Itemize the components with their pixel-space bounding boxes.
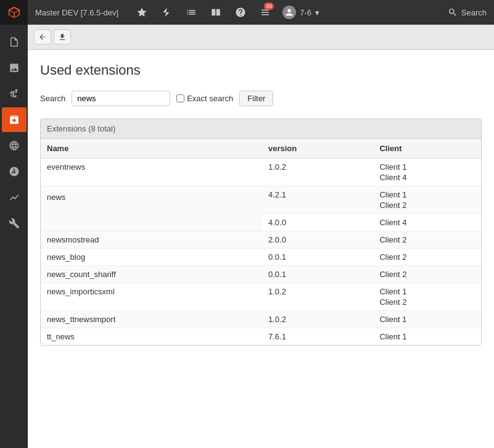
sidebar — [0, 25, 28, 448]
table-row: news_importicsxml1.0.2Client 1Client 2 — [41, 283, 481, 311]
ext-clients: Client 2 — [373, 266, 481, 283]
col-version: version — [262, 139, 373, 159]
ext-version: 7.6.1 — [262, 328, 373, 346]
ext-clients: Client 1 — [373, 328, 481, 346]
ext-version: 2.0.0 — [262, 231, 373, 249]
col-name: Name — [41, 139, 262, 159]
user-label: 7-6 — [300, 8, 311, 17]
app-title: Master DEV [7.6.5-dev] — [28, 8, 126, 17]
extensions-table: Name version Client eventnews1.0.2Client… — [41, 139, 481, 345]
ext-name: news_importicsxml — [41, 283, 262, 311]
ext-clients: Client 1Client 4 — [373, 159, 481, 186]
ext-clients: Client 1Client 2 — [373, 186, 481, 214]
exact-search-checkbox[interactable] — [176, 94, 184, 102]
ext-version: 0.0.1 — [262, 266, 373, 283]
ext-name: news — [41, 186, 262, 231]
ext-version: 1.0.2 — [262, 283, 373, 311]
ext-name: news_blog — [41, 249, 262, 266]
ext-version: 4.0.0 — [262, 214, 373, 231]
ext-name: eventnews — [41, 159, 262, 186]
chevron-down-icon: ▾ — [315, 8, 319, 17]
search-label: Search — [40, 94, 65, 103]
ext-clients: Client 4 — [373, 214, 481, 231]
sidebar-item-wave[interactable] — [2, 185, 27, 210]
exact-search-label[interactable]: Exact search — [176, 94, 233, 103]
star-icon[interactable] — [131, 0, 153, 25]
ext-name: news_ttnewsimport — [41, 311, 262, 328]
table-row: news_count_shariff0.0.1Client 2 — [41, 266, 481, 283]
toolbar — [28, 25, 494, 50]
sidebar-item-file[interactable] — [2, 30, 27, 54]
search-row: Search Exact search Filter — [40, 91, 482, 106]
columns-icon[interactable] — [205, 0, 227, 25]
user-menu[interactable]: 7-6 ▾ — [276, 0, 326, 25]
top-nav: Master DEV [7.6.5-dev] 39 7-6 ▾ Search — [0, 0, 494, 25]
search-label: Search — [461, 8, 487, 17]
ext-clients: Client 1Client 2 — [373, 283, 481, 311]
table-section-header: Extensions (8 total) — [41, 119, 481, 139]
table-row: news_ttnewsimport1.0.2Client 1 — [41, 311, 481, 328]
layout: Used extensions Search Exact search Filt… — [0, 25, 494, 448]
notifications-icon[interactable]: 39 — [254, 0, 276, 25]
table-row: news4.2.1Client 1Client 2 — [41, 186, 481, 214]
notifications-badge: 39 — [264, 2, 274, 10]
table-container: Extensions (8 total) Name version Client… — [40, 118, 482, 346]
ext-name: tt_news — [41, 328, 262, 346]
table-row: eventnews1.0.2Client 1Client 4 — [41, 159, 481, 186]
back-button[interactable] — [34, 30, 51, 44]
ext-version: 4.2.1 — [262, 186, 373, 214]
logo[interactable] — [0, 0, 28, 25]
ext-version: 1.0.2 — [262, 311, 373, 328]
ext-name: newsmostread — [41, 231, 262, 249]
export-button[interactable] — [54, 30, 71, 44]
top-nav-icons: 39 — [131, 0, 276, 25]
col-client: Client — [373, 139, 481, 159]
ext-clients: Client 2 — [373, 249, 481, 266]
ext-version: 1.0.2 — [262, 159, 373, 186]
sidebar-item-git[interactable] — [2, 159, 27, 184]
page-title: Used extensions — [40, 62, 482, 78]
table-row: news_blog0.0.1Client 2 — [41, 249, 481, 266]
ext-clients: Client 1 — [373, 311, 481, 328]
table-header-row: Name version Client — [41, 139, 481, 159]
table-row: tt_news7.6.1Client 1 — [41, 328, 481, 346]
search-input[interactable] — [72, 91, 170, 106]
help-icon[interactable] — [229, 0, 252, 25]
table-row: newsmostread2.0.0Client 2 — [41, 231, 481, 249]
user-avatar — [282, 6, 296, 19]
sidebar-item-box[interactable] — [2, 107, 27, 132]
filter-button[interactable]: Filter — [239, 91, 273, 106]
sidebar-item-wrench[interactable] — [2, 211, 27, 236]
ext-version: 0.0.1 — [262, 249, 373, 266]
global-search[interactable]: Search — [440, 0, 494, 25]
ext-clients: Client 2 — [373, 231, 481, 249]
main-content: Used extensions Search Exact search Filt… — [28, 25, 494, 448]
sidebar-item-globe[interactable] — [2, 133, 27, 158]
flash-icon[interactable] — [155, 0, 178, 25]
sidebar-item-rocket[interactable] — [2, 81, 27, 106]
ext-name: news_count_shariff — [41, 266, 262, 283]
list-icon[interactable] — [180, 0, 202, 25]
sidebar-item-image[interactable] — [2, 56, 27, 80]
content-area: Used extensions Search Exact search Filt… — [28, 50, 494, 358]
